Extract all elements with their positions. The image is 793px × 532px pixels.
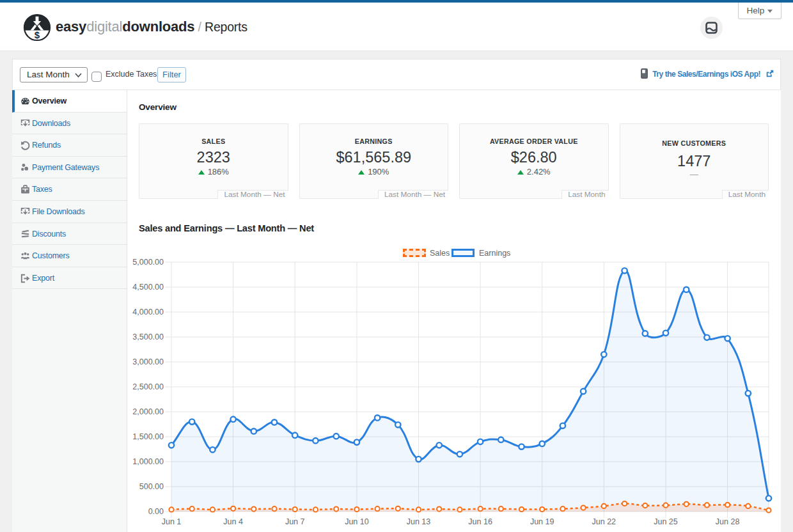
svg-text:$: $ bbox=[35, 29, 40, 40]
